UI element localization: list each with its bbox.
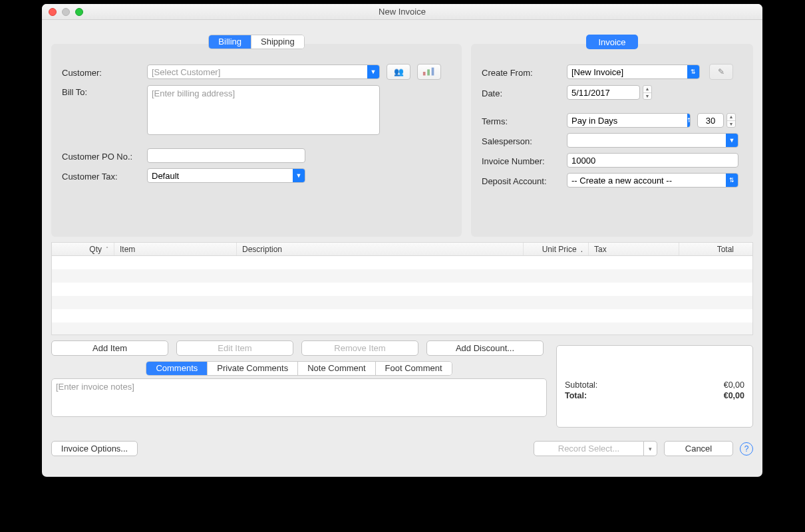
manage-customers-button[interactable]: 👥	[387, 64, 410, 80]
chevron-down-icon[interactable]: ▾	[644, 441, 657, 456]
chevrons-updown-icon[interactable]: ⇅	[687, 114, 691, 127]
col-description[interactable]: Description	[237, 243, 524, 255]
edit-item-button[interactable]: Edit Item	[176, 340, 293, 356]
table-row[interactable]	[52, 283, 752, 296]
terms-select[interactable]: ⇅	[567, 113, 691, 128]
chevron-down-icon[interactable]: ▼	[293, 169, 305, 182]
tab-billing[interactable]: Billing	[209, 35, 251, 49]
total-value: €0,00	[724, 391, 744, 400]
salesperson-combo[interactable]: ▼	[567, 133, 738, 148]
customer-tax-value	[148, 171, 293, 181]
edit-template-button[interactable]: ✎	[709, 64, 733, 80]
billing-panel: Billing Shipping Customer: ▼ 👥	[51, 44, 462, 237]
chevron-down-icon[interactable]: ▼	[726, 134, 738, 147]
close-window-button[interactable]	[49, 8, 57, 16]
chevron-up-icon[interactable]: ▲	[727, 114, 735, 121]
table-body	[52, 256, 752, 335]
date-label: Date:	[482, 86, 567, 98]
col-total[interactable]: Total	[679, 243, 752, 255]
col-qty[interactable]: Qty˄	[52, 243, 114, 255]
customer-input[interactable]	[148, 67, 367, 77]
bill-to-textarea[interactable]	[147, 85, 380, 135]
customer-po-label: Customer PO No.:	[62, 150, 147, 162]
bill-to-label: Bill To:	[62, 85, 147, 97]
window-title: New Invoice	[379, 7, 426, 17]
chevrons-updown-icon[interactable]: ⇅	[687, 65, 699, 78]
tab-private-comments[interactable]: Private Comments	[207, 362, 297, 375]
invoice-number-input[interactable]	[567, 153, 738, 168]
subtotal-label: Subtotal:	[565, 380, 597, 390]
chevron-down-icon[interactable]: ▼	[643, 93, 651, 100]
create-from-label: Create From:	[482, 66, 567, 78]
deposit-account-select[interactable]: ⇅	[567, 173, 738, 188]
chevron-up-icon[interactable]: ▲	[643, 86, 651, 93]
table-row[interactable]	[52, 323, 752, 335]
chevron-down-icon[interactable]: ▼	[727, 121, 735, 128]
date-stepper[interactable]: ▲ ▼	[643, 85, 652, 100]
table-row[interactable]	[52, 269, 752, 283]
invoice-options-button[interactable]: Invoice Options...	[51, 441, 138, 456]
terms-days-stepper[interactable]: ▲ ▼	[726, 113, 736, 128]
table-row[interactable]	[52, 309, 752, 323]
people-icon: 👥	[394, 67, 404, 76]
col-tax[interactable]: Tax	[589, 243, 679, 255]
terms-days-input[interactable]	[697, 113, 724, 128]
invoice-notes-textarea[interactable]: [Enter invoice notes]	[51, 378, 547, 417]
subtotal-value: €0,00	[724, 380, 744, 390]
tab-note-comment[interactable]: Note Comment	[297, 362, 375, 375]
invoice-panel: Invoice Create From: ⇅ ✎ Date:	[471, 44, 753, 237]
sort-asc-icon: ˄	[106, 246, 108, 252]
terms-label: Terms:	[482, 114, 567, 126]
tab-shipping[interactable]: Shipping	[251, 35, 304, 49]
record-select-dropdown[interactable]: Record Select... ▾	[534, 441, 657, 456]
col-item[interactable]: Item	[114, 243, 237, 255]
customer-combo[interactable]: ▼	[147, 65, 380, 79]
create-from-value	[567, 67, 687, 77]
salesperson-input[interactable]	[567, 136, 726, 146]
table-row[interactable]	[52, 256, 752, 269]
deposit-account-label: Deposit Account:	[482, 174, 567, 186]
add-discount-button[interactable]: Add Discount...	[426, 340, 544, 356]
chevrons-updown-icon[interactable]: ⇅	[726, 174, 738, 187]
svg-rect-2	[432, 68, 434, 76]
total-label: Total:	[565, 391, 587, 400]
table-header: Qty˄ Item Description Unit Price. Tax To…	[52, 243, 752, 256]
salesperson-label: Salesperson:	[482, 134, 567, 146]
invoice-heading: Invoice	[586, 35, 637, 49]
minimize-window-button[interactable]	[62, 8, 70, 16]
billing-shipping-tabs: Billing Shipping	[208, 35, 304, 49]
customer-tax-label: Customer Tax:	[62, 170, 147, 182]
svg-rect-0	[423, 72, 426, 76]
table-row[interactable]	[52, 296, 752, 309]
zoom-window-button[interactable]	[75, 8, 83, 16]
customer-label: Customer:	[62, 66, 147, 78]
customer-chart-button[interactable]	[417, 64, 441, 80]
record-select-button[interactable]: Record Select...	[534, 441, 644, 456]
terms-value	[567, 116, 687, 126]
cancel-button[interactable]: Cancel	[664, 441, 733, 456]
notes-tabs: Comments Private Comments Note Comment F…	[146, 361, 452, 376]
totals-panel: Subtotal: €0,00 Total: €0,00	[556, 345, 753, 428]
invoice-number-label: Invoice Number:	[482, 154, 567, 166]
deposit-account-value	[567, 176, 726, 186]
add-item-button[interactable]: Add Item	[51, 340, 168, 356]
new-invoice-window: New Invoice Billing Shipping Customer:	[42, 4, 762, 477]
svg-rect-1	[427, 69, 430, 75]
create-from-select[interactable]: ⇅	[567, 65, 700, 79]
help-button[interactable]: ?	[740, 442, 753, 456]
chevron-down-icon[interactable]: ▼	[367, 65, 379, 78]
tab-comments[interactable]: Comments	[146, 362, 207, 375]
customer-po-input[interactable]	[147, 148, 305, 163]
line-items-table[interactable]: Qty˄ Item Description Unit Price. Tax To…	[51, 242, 753, 335]
tab-foot-comment[interactable]: Foot Comment	[375, 362, 452, 375]
pencil-icon: ✎	[718, 67, 724, 76]
date-input[interactable]	[567, 85, 640, 100]
bar-chart-icon	[422, 66, 436, 77]
customer-tax-select[interactable]: ▼	[147, 168, 305, 183]
col-unit-price[interactable]: Unit Price.	[524, 243, 589, 255]
titlebar: New Invoice	[42, 4, 762, 20]
remove-item-button[interactable]: Remove Item	[301, 340, 418, 356]
